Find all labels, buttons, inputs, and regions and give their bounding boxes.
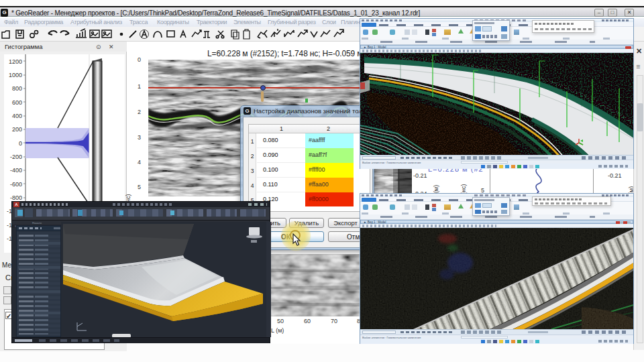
svg-text:1000: 1000 (9, 72, 22, 78)
svg-text:1200: 1200 (9, 58, 22, 65)
svg-text:400: 400 (12, 113, 22, 119)
svg-text:-200: -200 (10, 154, 22, 160)
svg-text:0: 0 (19, 140, 22, 147)
svg-text:800: 800 (12, 85, 22, 92)
svg-text:-400: -400 (10, 167, 22, 174)
svg-text:200: 200 (12, 126, 22, 133)
svg-text:600: 600 (12, 99, 22, 106)
svg-text:-800: -800 (10, 194, 22, 201)
svg-text:-600: -600 (10, 181, 22, 188)
